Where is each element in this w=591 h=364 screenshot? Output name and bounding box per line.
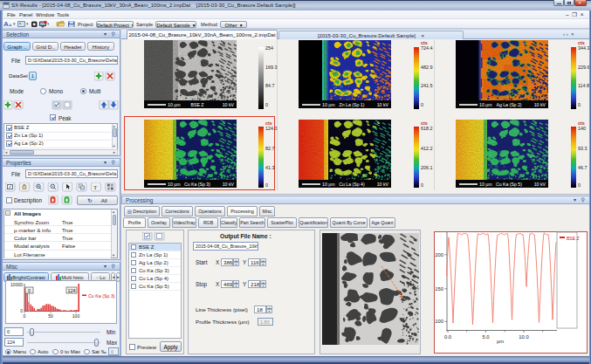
svg-text:100: 100 [435,319,443,324]
svg-text:0.0: 0.0 [444,334,451,340]
svg-text:BSE Z: BSE Z [567,236,579,241]
svg-text:150: 150 [435,286,443,292]
svg-text:5.0: 5.0 [482,334,489,340]
svg-text:200: 200 [435,252,443,258]
svg-text:µm: µm [497,339,504,344]
svg-text:10.0: 10.0 [519,334,528,340]
